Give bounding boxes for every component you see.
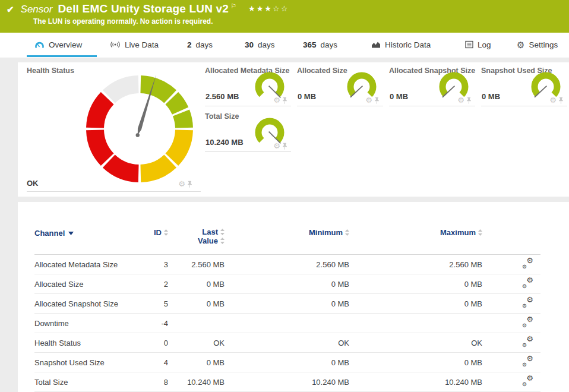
tile-gear-icon[interactable]: ⚙	[178, 180, 185, 188]
tile-pin-icon[interactable]	[282, 97, 287, 104]
column-header-channel[interactable]: Channel	[34, 223, 135, 255]
channel-settings-icon[interactable]: ⚙⚙	[522, 258, 533, 268]
gear-small-icon: ⚙	[522, 284, 527, 289]
channel-id-cell: 0	[135, 333, 168, 353]
actions-cell: ⚙⚙	[482, 353, 540, 372]
channel-settings-icon[interactable]: ⚙⚙	[522, 337, 533, 347]
tile-title: Health Status	[27, 67, 74, 75]
tile-gear-icon[interactable]: ⚙	[457, 96, 464, 104]
last-value-cell: OK	[168, 333, 225, 353]
sort-arrows-icon	[345, 229, 349, 238]
table-row: Allocated Size20 MB0 MB0 MB⚙⚙	[34, 274, 540, 294]
channel-settings-icon[interactable]: ⚙⚙	[522, 298, 533, 308]
sort-arrows-icon	[164, 229, 168, 238]
gear-small-icon: ⚙	[522, 362, 527, 368]
tile-gear-icon[interactable]: ⚙	[273, 142, 280, 150]
tab-bar: Overview Live Data 2 days 30 days 365 da…	[0, 33, 569, 58]
tile-pin-icon[interactable]	[187, 181, 192, 188]
tab-number: 30	[245, 40, 254, 49]
gear-small-icon: ⚙	[522, 264, 527, 270]
channel-name-cell: Allocated Metadata Size	[34, 255, 135, 274]
tab-historic-data[interactable]: Historic Data	[371, 33, 431, 56]
historic-data-icon	[371, 40, 381, 49]
tile-gear-icon[interactable]: ⚙	[549, 96, 557, 104]
gear-large-icon: ⚙	[526, 315, 533, 323]
tab-live-data[interactable]: Live Data	[110, 33, 159, 56]
channel-name-cell: Health Status	[34, 333, 135, 353]
settings-gear-icon: ⚙	[517, 40, 524, 49]
gauge-tile-total-size: Total Size 10.240 MB ⚙	[205, 112, 291, 152]
tile-value: 0 MB	[482, 92, 500, 101]
column-header-maximum[interactable]: Maximum	[349, 223, 482, 255]
priority-stars[interactable]: ★★★☆☆	[248, 4, 289, 13]
channel-settings-icon[interactable]: ⚙⚙	[522, 376, 533, 386]
sensor-header: ✔ Sensor Dell EMC Unity Storage LUN v2 ⚐…	[0, 0, 569, 33]
minimum-cell: 0 MB	[225, 274, 349, 294]
channel-name-cell: Allocated Snapshot Size	[34, 294, 135, 314]
table-row: Allocated Snapshot Size50 MB0 MB0 MB⚙⚙	[34, 294, 540, 314]
channels-panel: Channel ID Last Value Minimum Maximum Al…	[18, 202, 569, 392]
column-label: Channel	[34, 229, 65, 238]
gear-small-icon: ⚙	[522, 343, 527, 348]
sensor-status-message: The LUN is operating normally. No action…	[33, 17, 213, 26]
tile-gear-icon[interactable]: ⚙	[365, 96, 372, 104]
channel-id-cell: 3	[135, 255, 168, 274]
gauges-panel: Health Status OK ⚙ Allocated Metadata Si…	[18, 62, 569, 197]
page-title: Dell EMC Unity Storage LUN v2	[58, 2, 229, 15]
actions-cell: ⚙⚙	[482, 294, 540, 314]
channel-name-cell: Total Size	[34, 372, 135, 392]
priority-flag-icon[interactable]: ⚐	[230, 2, 236, 10]
channel-table: Channel ID Last Value Minimum Maximum Al…	[34, 223, 540, 392]
table-row: Health Status0OKOKOK⚙⚙	[34, 333, 540, 353]
minimum-cell: 10.240 MB	[225, 372, 349, 392]
tab-label: days	[321, 40, 338, 49]
column-header-last-value[interactable]: Last Value	[168, 223, 225, 255]
tile-pin-icon[interactable]	[282, 143, 287, 150]
gear-large-icon: ⚙	[526, 355, 533, 362]
channel-id-cell: 4	[135, 353, 168, 372]
column-header-minimum[interactable]: Minimum	[225, 223, 349, 255]
last-value-cell: 0 MB	[168, 353, 225, 372]
channel-settings-icon[interactable]: ⚙⚙	[522, 356, 533, 366]
tile-actions: ⚙	[273, 142, 287, 150]
channel-name-cell: Downtime	[34, 314, 135, 333]
tile-pin-icon[interactable]	[466, 97, 472, 104]
gauge-tile-allocated-size: Allocated Size 0 MB ⚙	[297, 67, 383, 106]
tile-pin-icon[interactable]	[374, 97, 380, 104]
channel-settings-icon[interactable]: ⚙⚙	[522, 317, 533, 327]
tab-2-days[interactable]: 2 days	[187, 33, 213, 56]
tab-log[interactable]: Log	[465, 33, 491, 56]
tile-title: Total Size	[205, 112, 239, 121]
table-row: Allocated Metadata Size32.560 MB2.560 MB…	[34, 255, 540, 274]
minimum-cell: 0 MB	[225, 353, 349, 372]
sort-arrows-icon	[220, 229, 225, 237]
gear-large-icon: ⚙	[526, 374, 533, 382]
maximum-cell: 10.240 MB	[349, 372, 482, 392]
maximum-cell: 2.560 MB	[349, 255, 482, 274]
maximum-cell	[349, 314, 482, 333]
tile-gear-icon[interactable]: ⚙	[273, 96, 280, 104]
gauge-tile-allocated-metadata-size: Allocated Metadata Size 2.560 MB ⚙	[205, 67, 291, 106]
overview-gauge-icon	[34, 40, 45, 49]
tab-label: Settings	[529, 40, 558, 49]
tile-value: 2.560 MB	[206, 92, 239, 101]
tab-365-days[interactable]: 365 days	[303, 33, 337, 56]
tab-overview[interactable]: Overview	[34, 33, 82, 56]
tab-number: 2	[187, 40, 192, 49]
column-label: Value	[198, 236, 218, 245]
column-header-id[interactable]: ID	[135, 223, 168, 255]
gear-small-icon: ⚙	[522, 323, 527, 328]
sort-arrows-icon	[220, 238, 225, 246]
gear-small-icon: ⚙	[522, 304, 527, 309]
channel-settings-icon[interactable]: ⚙⚙	[522, 278, 533, 288]
tile-title: Allocated Size	[297, 67, 347, 75]
tab-settings[interactable]: ⚙ Settings	[517, 33, 558, 56]
last-value-cell: 0 MB	[168, 294, 225, 314]
channel-id-cell: -4	[135, 314, 168, 333]
tile-actions: ⚙	[549, 96, 564, 104]
column-label: Maximum	[440, 228, 476, 237]
actions-cell: ⚙⚙	[482, 274, 540, 294]
tile-value: 0 MB	[390, 92, 408, 101]
tab-30-days[interactable]: 30 days	[245, 33, 275, 56]
tile-pin-icon[interactable]	[558, 97, 564, 104]
